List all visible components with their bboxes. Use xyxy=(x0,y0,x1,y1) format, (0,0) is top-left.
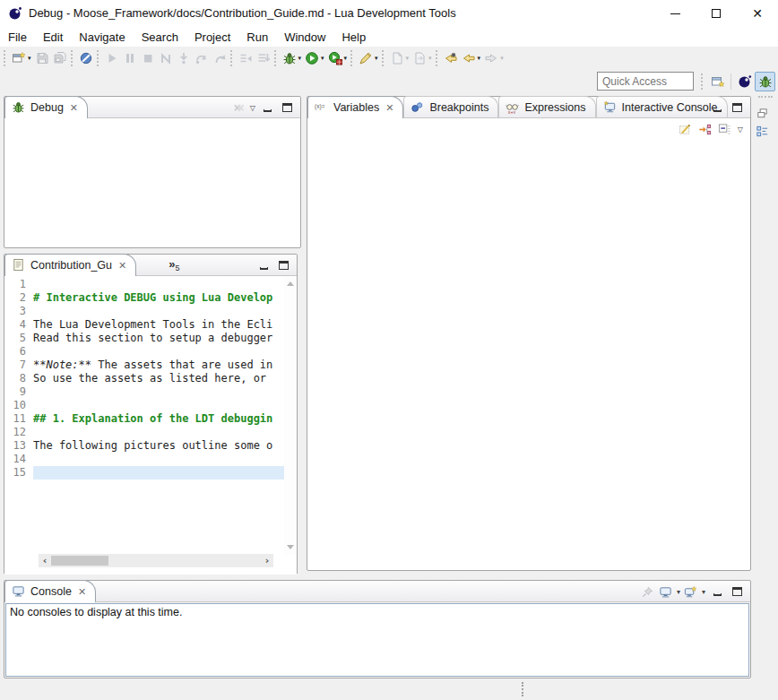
editor-horizontal-scrollbar[interactable]: ‹ › xyxy=(39,554,273,567)
dropdown-icon[interactable]: ▾ xyxy=(375,55,378,62)
menu-run[interactable]: Run xyxy=(238,29,276,46)
new-wizard-icon[interactable]: ▾ xyxy=(10,48,33,68)
dropdown-icon[interactable]: ▾ xyxy=(478,55,481,62)
dropdown-icon[interactable]: ▾ xyxy=(344,55,348,62)
close-icon[interactable]: ✕ xyxy=(70,102,78,114)
minimize-view-icon[interactable] xyxy=(709,100,725,115)
variables-icon: (x)= xyxy=(315,100,329,115)
tab-variables[interactable]: (x)= Variables ✕ xyxy=(307,96,403,118)
toolbar-drag-handle xyxy=(230,50,233,66)
debug-perspective-button[interactable] xyxy=(755,72,775,91)
editor-body[interactable]: 12# Interactive DEBUG using Lua Develop3… xyxy=(4,276,297,575)
close-icon[interactable]: ✕ xyxy=(78,586,86,598)
dropdown-icon[interactable]: ▾ xyxy=(28,55,31,62)
pin-console-icon[interactable] xyxy=(641,584,655,599)
open-perspective-button[interactable] xyxy=(707,72,728,91)
line-number: 7 xyxy=(4,359,33,372)
tab-editor-label: Contribution_Gu xyxy=(30,259,112,272)
code-text xyxy=(33,453,284,466)
toolbar-drag-handle xyxy=(4,50,6,66)
menu-file[interactable]: File xyxy=(0,29,35,46)
remove-all-terminated-icon[interactable] xyxy=(232,100,246,115)
close-window-button[interactable]: ✕ xyxy=(737,0,778,27)
scroll-up-icon[interactable] xyxy=(287,281,294,286)
close-icon[interactable]: ✕ xyxy=(118,260,126,272)
menu-window[interactable]: Window xyxy=(276,29,333,46)
dropdown-icon[interactable]: ▾ xyxy=(677,588,680,596)
dropdown-icon[interactable]: ▾ xyxy=(321,55,324,62)
trim-drag-handle[interactable] xyxy=(758,96,773,100)
editor-line: 14 xyxy=(4,453,284,466)
scroll-right-icon[interactable]: › xyxy=(261,555,273,566)
menu-navigate[interactable]: Navigate xyxy=(71,29,133,46)
collapse-all-icon[interactable] xyxy=(718,123,732,137)
outline-view-icon[interactable] xyxy=(755,125,769,139)
line-number: 2 xyxy=(4,291,33,305)
variables-view-content[interactable] xyxy=(307,141,750,569)
hidden-editors-chevron[interactable]: »5 xyxy=(169,257,179,272)
save-all-icon xyxy=(51,48,69,68)
lua-perspective-button[interactable] xyxy=(734,72,755,91)
last-edit-location-icon[interactable] xyxy=(442,48,460,68)
external-tools-icon[interactable]: ▾ xyxy=(357,48,380,68)
editor-vertical-scrollbar[interactable] xyxy=(284,276,297,555)
tab-breakpoints-label: Breakpoints xyxy=(429,101,488,114)
run-coverage-icon[interactable]: ▾ xyxy=(326,48,350,68)
statusbar-drag-handle[interactable] xyxy=(522,682,523,696)
show-logical-structure-icon[interactable] xyxy=(698,123,713,137)
svg-text:x+y: x+y xyxy=(508,108,516,113)
tab-interactive-console[interactable]: Interactive Console xyxy=(596,96,728,117)
debug-icon[interactable]: ▾ xyxy=(281,48,304,68)
scroll-down-icon[interactable] xyxy=(287,545,294,549)
menu-search[interactable]: Search xyxy=(134,29,186,46)
toolbar-drag-handle xyxy=(701,73,704,90)
quick-access-input[interactable] xyxy=(597,72,694,91)
menu-help[interactable]: Help xyxy=(333,29,374,46)
interactive-console-icon xyxy=(603,100,618,115)
tab-console[interactable]: Console ✕ xyxy=(4,580,96,602)
maximize-view-icon[interactable] xyxy=(729,584,745,599)
save-icon xyxy=(33,48,51,68)
maximize-view-icon[interactable] xyxy=(729,100,745,115)
back-icon[interactable]: ▾ xyxy=(460,48,483,68)
editor-line: 12 xyxy=(4,426,284,439)
open-console-icon[interactable] xyxy=(684,584,698,599)
menu-edit[interactable]: Edit xyxy=(35,29,71,46)
line-number: 15 xyxy=(4,466,33,480)
close-icon[interactable]: ✕ xyxy=(385,102,393,114)
scroll-left-icon[interactable]: ‹ xyxy=(39,555,51,566)
display-selected-console-icon[interactable] xyxy=(659,584,673,599)
code-text: The following pictures outline some o xyxy=(33,439,284,453)
tab-breakpoints[interactable]: Breakpoints xyxy=(403,96,498,117)
dropdown-icon[interactable]: ▾ xyxy=(702,588,705,596)
minimize-view-icon[interactable] xyxy=(709,584,725,599)
breakpoints-icon xyxy=(411,100,425,115)
restore-view-icon[interactable] xyxy=(755,106,769,120)
maximize-window-button[interactable] xyxy=(696,0,737,27)
maximize-view-icon[interactable] xyxy=(275,258,291,272)
editor-text-area[interactable]: 12# Interactive DEBUG using Lua Develop3… xyxy=(4,278,284,480)
run-icon[interactable]: ▾ xyxy=(303,48,326,68)
debug-view-content[interactable] xyxy=(4,118,300,247)
console-message: No consoles to display at this time. xyxy=(5,603,749,677)
menu-bar: File Edit Navigate Search Project Run Wi… xyxy=(0,27,778,47)
skip-all-breakpoints-icon[interactable] xyxy=(77,48,95,68)
tab-expressions[interactable]: x+y Expressions xyxy=(498,96,595,117)
minimize-window-button[interactable] xyxy=(654,0,696,27)
step-over-icon xyxy=(193,48,211,68)
editor-line: 8So use the assets as listed here, or xyxy=(4,372,284,385)
editor-line: 7**Note:** The assets that are used in xyxy=(4,359,284,372)
tab-editor-contribution-guide[interactable]: Contribution_Gu ✕ xyxy=(4,254,136,276)
menu-project[interactable]: Project xyxy=(186,29,238,46)
scrollbar-thumb[interactable] xyxy=(51,556,108,566)
tab-expressions-label: Expressions xyxy=(524,101,585,114)
minimize-view-icon[interactable] xyxy=(259,100,275,115)
maximize-view-icon[interactable] xyxy=(279,100,295,115)
toolbar-drag-handle xyxy=(436,50,438,66)
view-menu-icon[interactable]: ▽ xyxy=(250,104,255,112)
dropdown-icon[interactable]: ▾ xyxy=(298,55,302,62)
minimize-view-icon[interactable] xyxy=(255,258,272,272)
view-menu-icon[interactable]: ▽ xyxy=(738,125,743,134)
show-type-names-icon[interactable] xyxy=(679,123,693,137)
tab-debug[interactable]: Debug ✕ xyxy=(4,96,88,118)
